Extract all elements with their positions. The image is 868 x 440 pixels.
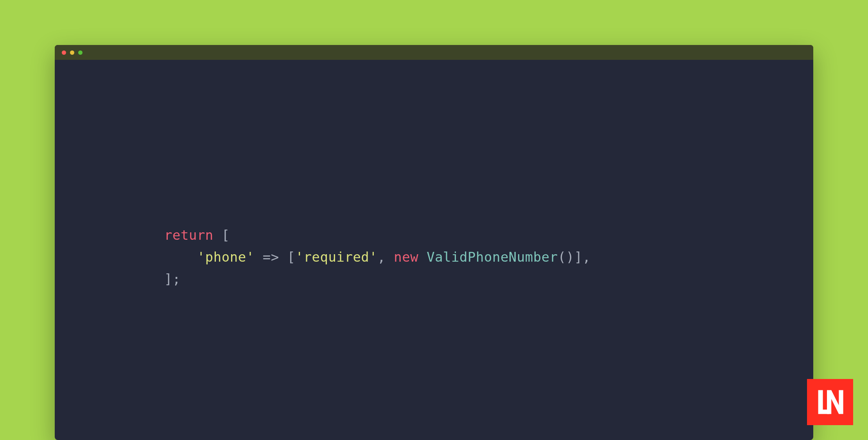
token-bracket: [ <box>287 249 296 265</box>
token-parens: () <box>558 249 574 265</box>
token-string: 'required' <box>296 249 378 265</box>
token-bracket: [ <box>222 227 230 243</box>
token-space <box>418 249 427 265</box>
token-space <box>255 249 263 265</box>
minimize-icon[interactable] <box>70 50 74 55</box>
token-semicolon: ; <box>172 271 181 287</box>
token-keyword: new <box>394 249 418 265</box>
code-area: return [ 'phone' => ['required', new Val… <box>55 60 813 290</box>
editor-window: return [ 'phone' => ['required', new Val… <box>55 45 813 440</box>
token-string: 'phone' <box>197 249 255 265</box>
token-space <box>386 249 394 265</box>
maximize-icon[interactable] <box>78 50 82 55</box>
token-comma: , <box>583 249 591 265</box>
token-bracket: ] <box>574 249 583 265</box>
token-arrow: => <box>263 249 279 265</box>
close-icon[interactable] <box>62 50 66 55</box>
token-indent <box>164 249 197 265</box>
code-line-3: ]; <box>164 268 813 290</box>
laravel-news-logo <box>807 379 853 425</box>
title-bar <box>55 45 813 60</box>
ln-logo-icon <box>814 386 846 418</box>
token-keyword: return <box>164 227 213 243</box>
code-line-1: return [ <box>164 224 813 246</box>
token-space <box>279 249 287 265</box>
code-line-2: 'phone' => ['required', new ValidPhoneNu… <box>164 246 813 268</box>
token-space <box>213 227 222 243</box>
token-comma: , <box>377 249 386 265</box>
token-classname: ValidPhoneNumber <box>427 249 558 265</box>
token-bracket: ] <box>164 271 172 287</box>
